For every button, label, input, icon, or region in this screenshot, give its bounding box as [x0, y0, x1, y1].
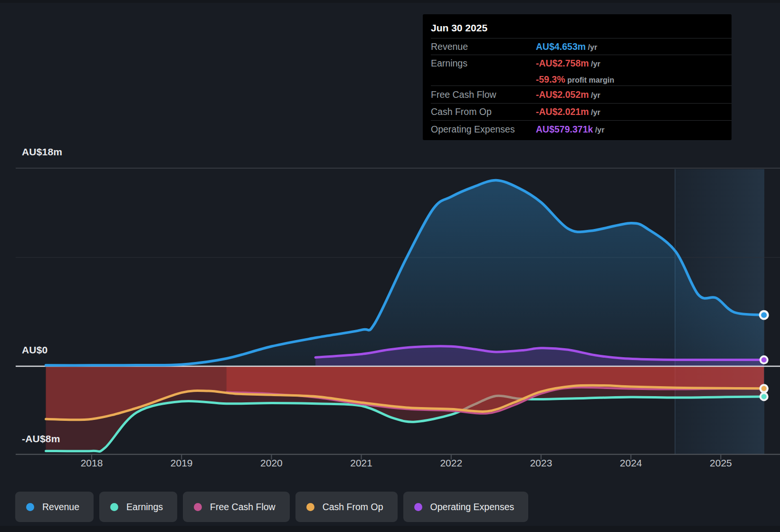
x-axis-label-2020: 2020 [250, 457, 293, 469]
x-axis-label-2022: 2022 [430, 457, 473, 469]
legend-item-operating-expenses[interactable]: Operating Expenses [403, 492, 529, 522]
legend: Revenue Earnings Free Cash Flow Cash Fro… [15, 492, 528, 522]
legend-item-earnings[interactable]: Earnings [99, 492, 177, 522]
fcf-value: -AU$2.052m [536, 89, 589, 100]
tooltip-row-earnings: Earnings -AU$2.758m /yr -59.3% profit ma… [431, 55, 732, 86]
revenue-value: AU$4.653m [536, 41, 586, 52]
free-cash-flow-dot-icon [194, 503, 202, 511]
x-axis-label-2019: 2019 [160, 457, 203, 469]
y-axis-label-18m: AU$18m [22, 146, 62, 158]
hover-tooltip: Jun 30 2025 Revenue AU$4.653m /yr Earnin… [423, 14, 732, 140]
profit-margin-value: -59.3% [536, 74, 565, 85]
x-axis-label-2025: 2025 [699, 457, 742, 469]
earnings-dot-icon [110, 503, 118, 511]
earnings-value: -AU$2.758m [536, 58, 589, 68]
opex-value: AU$579.371k [536, 124, 593, 134]
x-axis-label-2018: 2018 [70, 457, 113, 469]
earnings-revenue-history-chart: AU$18m AU$0 -AU$8m 2018 2019 2020 2021 2… [0, 0, 780, 532]
y-axis-label-0: AU$0 [22, 344, 48, 356]
x-axis-label-2023: 2023 [520, 457, 562, 469]
x-axis-label-2024: 2024 [609, 457, 652, 469]
legend-item-free-cash-flow[interactable]: Free Cash Flow [183, 492, 290, 522]
tooltip-row-cash-from-op: Cash From Op -AU$2.021m /yr [431, 103, 732, 120]
revenue-dot-icon [26, 503, 34, 511]
tooltip-row-revenue: Revenue AU$4.653m /yr [431, 38, 732, 55]
tooltip-date: Jun 30 2025 [423, 14, 732, 38]
operating-expenses-dot-icon [414, 503, 422, 511]
y-axis-label-neg8m: -AU$8m [22, 433, 60, 445]
x-axis-label-2021: 2021 [340, 457, 383, 469]
legend-item-cash-from-op[interactable]: Cash From Op [295, 492, 398, 522]
cash-from-op-dot-icon [306, 503, 314, 511]
tooltip-row-free-cash-flow: Free Cash Flow -AU$2.052m /yr [431, 86, 732, 103]
cash-from-op-value: -AU$2.021m [536, 106, 589, 117]
tooltip-row-operating-expenses: Operating Expenses AU$579.371k /yr [431, 120, 732, 138]
legend-item-revenue[interactable]: Revenue [15, 492, 94, 522]
